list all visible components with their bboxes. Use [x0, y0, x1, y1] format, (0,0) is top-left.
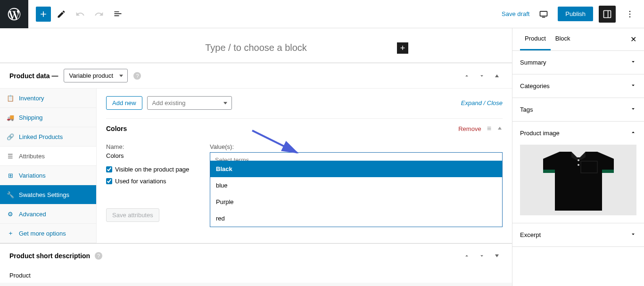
chevron-down-icon — [630, 82, 636, 90]
dropdown-option[interactable]: blue — [210, 177, 502, 194]
svg-point-4 — [629, 13, 631, 15]
product-type-select[interactable]: Variable product — [64, 69, 128, 82]
panel-header-summary[interactable]: Summary — [512, 51, 644, 74]
product-image-box[interactable] — [512, 145, 644, 223]
publish-button[interactable]: Publish — [558, 7, 593, 21]
svg-point-5 — [629, 16, 631, 17]
tab-get-more-options[interactable]: ＋Get more options — [0, 224, 96, 243]
attribute-left-column: Name: Colors Visible on the product page… — [106, 143, 200, 189]
grid-icon: ⊞ — [7, 172, 14, 179]
toolbar-left — [28, 6, 126, 23]
panel-tags: Tags — [512, 98, 644, 122]
product-data-panel: Product data — Variable product ? 📋Inven… — [0, 63, 512, 243]
document-outline-icon[interactable] — [109, 6, 126, 23]
panel-header-product-image[interactable]: Product image — [512, 122, 644, 145]
triangle-down-icon[interactable] — [491, 250, 503, 261]
values-label: Value(s): — [210, 143, 503, 150]
chevron-down-icon — [630, 231, 636, 239]
terms-dropdown: Black blue Purple red — [210, 161, 503, 227]
product-data-header: Product data — Variable product ? — [0, 63, 512, 88]
editor-area: Type / to choose a block + Product data … — [0, 28, 512, 286]
product-data-tabs: 📋Inventory 🚚Shipping 🔗Linked Products ☰A… — [0, 89, 97, 243]
inventory-icon: 📋 — [7, 94, 14, 102]
add-block-button[interactable] — [36, 7, 51, 22]
panel-header-excerpt[interactable]: Excerpt — [512, 223, 644, 246]
product-image-thumbnail[interactable] — [520, 145, 636, 215]
variations-checkbox[interactable] — [106, 178, 112, 184]
help-icon[interactable]: ? — [133, 72, 141, 80]
sidebar-tab-product[interactable]: Product — [520, 28, 551, 50]
dropdown-option[interactable]: Black — [210, 161, 502, 177]
attribute-name-value: Colors — [106, 152, 200, 159]
tab-shipping[interactable]: 🚚Shipping — [0, 108, 96, 127]
collapse-icon[interactable] — [497, 124, 503, 133]
chevron-down-icon[interactable] — [476, 70, 487, 82]
chevron-down-icon[interactable] — [476, 250, 487, 261]
panel-summary: Summary — [512, 51, 644, 74]
help-icon[interactable]: ? — [95, 252, 102, 260]
svg-rect-1 — [604, 10, 611, 17]
content-block: Type / to choose a block + — [0, 28, 512, 63]
triangle-up-icon[interactable] — [491, 70, 503, 82]
toolbar-right: Save draft Publish — [502, 6, 644, 23]
tab-advanced[interactable]: ⚙Advanced — [0, 204, 96, 224]
svg-point-7 — [578, 159, 579, 161]
short-description-title: Product short description — [9, 252, 90, 260]
svg-rect-0 — [540, 11, 547, 16]
settings-panel-toggle[interactable] — [599, 6, 616, 23]
save-attributes-button[interactable]: Save attributes — [106, 208, 159, 222]
add-new-button[interactable]: Add new — [106, 96, 142, 110]
save-draft-link[interactable]: Save draft — [502, 10, 529, 17]
wrench-icon: 🔧 — [7, 191, 14, 198]
block-placeholder[interactable]: Type / to choose a block — [0, 28, 512, 63]
edit-tool-icon[interactable] — [53, 6, 70, 23]
list-icon: ☰ — [7, 152, 14, 160]
visible-checkbox-row[interactable]: Visible on the product page — [106, 166, 200, 173]
panel-header-categories[interactable]: Categories — [512, 74, 644, 98]
plus-icon: ＋ — [7, 229, 14, 237]
close-icon[interactable]: ✕ — [630, 28, 636, 50]
tab-swatches-settings[interactable]: 🔧Swatches Settings — [0, 185, 96, 204]
panel-header-tags[interactable]: Tags — [512, 98, 644, 121]
tab-attributes[interactable]: ☰Attributes — [0, 147, 96, 166]
tab-linked-products[interactable]: 🔗Linked Products — [0, 127, 96, 147]
variations-checkbox-row[interactable]: Used for variations — [106, 178, 200, 185]
visible-checkbox[interactable] — [106, 166, 112, 172]
editor-topbar: Save draft Publish — [0, 0, 644, 28]
polo-shirt-image — [531, 147, 626, 213]
attributes-top-row: Add new Expand / Close — [106, 96, 503, 110]
wordpress-logo[interactable] — [0, 0, 28, 28]
main-layout: Type / to choose a block + Product data … — [0, 28, 644, 286]
more-options-icon[interactable] — [621, 6, 638, 23]
sidebar-tabs: Product Block ✕ — [512, 28, 644, 51]
attribute-body: Name: Colors Visible on the product page… — [106, 139, 503, 199]
chevron-down-icon — [630, 58, 636, 66]
panel-product-image: Product image — [512, 122, 644, 223]
chevron-up-icon[interactable] — [461, 250, 472, 261]
drag-handle-icon[interactable]: ≡ — [487, 124, 491, 133]
sidebar-tab-block[interactable]: Block — [551, 28, 575, 50]
preview-icon[interactable] — [535, 6, 552, 23]
shipping-icon: 🚚 — [7, 114, 14, 121]
remove-attribute-link[interactable]: Remove — [458, 125, 481, 132]
dropdown-option[interactable]: red — [210, 210, 502, 227]
redo-icon[interactable] — [91, 6, 107, 23]
chevron-up-icon[interactable] — [461, 70, 472, 82]
dropdown-option[interactable]: Purple — [210, 194, 502, 210]
add-block-inline-icon[interactable]: + — [397, 42, 408, 54]
add-existing-select[interactable] — [147, 96, 232, 110]
attribute-right-column: Value(s): Black blue Purple red — [210, 143, 503, 189]
attribute-panel: Colors Remove ≡ Name: Colors — [106, 118, 503, 199]
expand-close-link[interactable]: Expand / Close — [461, 99, 503, 106]
attribute-header: Colors Remove ≡ — [106, 119, 503, 139]
attributes-content: Add new Expand / Close Colors Remove ≡ — [97, 89, 512, 243]
product-data-label: Product data — — [9, 72, 58, 80]
undo-icon[interactable] — [72, 6, 89, 23]
tab-variations[interactable]: ⊞Variations — [0, 166, 96, 185]
link-icon: 🔗 — [7, 133, 14, 140]
name-label: Name: — [106, 143, 200, 150]
panel-excerpt: Excerpt — [512, 223, 644, 247]
settings-sidebar: Product Block ✕ Summary Categories Tags — [512, 28, 644, 286]
tab-inventory[interactable]: 📋Inventory — [0, 89, 96, 108]
footer-label: Product — [0, 268, 512, 283]
